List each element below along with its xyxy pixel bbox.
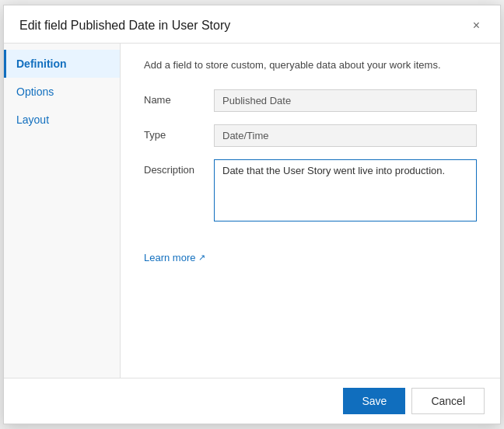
learn-more-link[interactable]: Learn more ↗	[144, 252, 477, 263]
type-row: Type	[144, 124, 477, 147]
dialog-body: Definition Options Layout Add a field to…	[4, 44, 500, 378]
save-button[interactable]: Save	[343, 388, 405, 414]
description-field-wrapper	[214, 159, 477, 224]
dialog-title: Edit field Published Date in User Story	[19, 19, 230, 33]
close-button[interactable]: ×	[468, 18, 485, 33]
type-input[interactable]	[214, 124, 477, 147]
external-link-icon: ↗	[198, 253, 205, 263]
sidebar-item-layout[interactable]: Layout	[4, 106, 120, 134]
dialog-overlay: Edit field Published Date in User Story …	[0, 0, 504, 429]
name-row: Name	[144, 89, 477, 112]
type-field-wrapper	[214, 124, 477, 147]
name-field-wrapper	[214, 89, 477, 112]
description-textarea[interactable]	[214, 159, 477, 221]
dialog-header: Edit field Published Date in User Story …	[4, 5, 500, 44]
name-label: Name	[144, 89, 214, 106]
cancel-button[interactable]: Cancel	[411, 388, 485, 414]
content-area: Add a field to store custom, queryable d…	[121, 44, 500, 378]
description-row: Description	[144, 159, 477, 224]
dialog-footer: Save Cancel	[4, 378, 500, 424]
dialog: Edit field Published Date in User Story …	[3, 5, 501, 424]
name-input[interactable]	[214, 89, 477, 112]
sidebar-item-definition[interactable]: Definition	[4, 50, 120, 78]
sidebar: Definition Options Layout	[4, 44, 121, 378]
description-label: Description	[144, 159, 214, 176]
sidebar-item-options[interactable]: Options	[4, 78, 120, 106]
type-label: Type	[144, 124, 214, 141]
content-description: Add a field to store custom, queryable d…	[144, 59, 477, 71]
